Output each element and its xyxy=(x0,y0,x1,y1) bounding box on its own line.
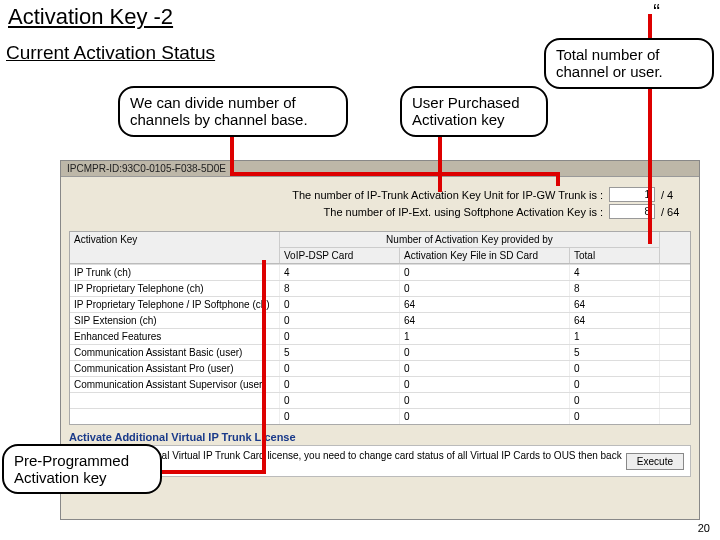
cell-total: 64 xyxy=(570,297,660,312)
cell-card: 0 xyxy=(280,329,400,344)
cell-total: 0 xyxy=(570,377,660,392)
cell-key xyxy=(70,393,280,408)
cell-total: 0 xyxy=(570,409,660,424)
cell-card: 0 xyxy=(280,297,400,312)
callout-divide-channels: We can divide number of channels by chan… xyxy=(118,86,348,137)
col-voip-card: VoIP-DSP Card xyxy=(280,248,400,263)
table-row: IP Trunk (ch)404 xyxy=(70,264,690,280)
cell-key: Communication Assistant Pro (user) xyxy=(70,361,280,376)
cell-card: 0 xyxy=(280,393,400,408)
arrow-divide-v xyxy=(230,132,234,172)
cell-key: Communication Assistant Basic (user) xyxy=(70,345,280,360)
table-row: Communication Assistant Pro (user)000 xyxy=(70,360,690,376)
cell-card: 8 xyxy=(280,281,400,296)
activation-table: Activation Key Number of Activation Key … xyxy=(69,231,691,425)
cell-total: 0 xyxy=(570,361,660,376)
cell-sd: 0 xyxy=(400,345,570,360)
execute-button[interactable]: Execute xyxy=(626,453,684,470)
summary-max: / 64 xyxy=(661,206,687,218)
cell-sd: 0 xyxy=(400,409,570,424)
cell-card: 5 xyxy=(280,345,400,360)
cell-key: IP Proprietary Telephone (ch) xyxy=(70,281,280,296)
summary-label: The number of IP-Trunk Activation Key Un… xyxy=(292,189,603,201)
callout-user-purchased-key: User Purchased Activation key xyxy=(400,86,548,137)
col-group-provided-by: Number of Activation Key provided by xyxy=(280,232,660,248)
quote-mark: “ xyxy=(653,0,660,23)
arrow-prepro-v xyxy=(262,260,266,474)
cell-sd: 1 xyxy=(400,329,570,344)
arrow-userkey xyxy=(438,132,442,192)
cell-total: 64 xyxy=(570,313,660,328)
summary-max: / 4 xyxy=(661,189,687,201)
cell-card: 4 xyxy=(280,265,400,280)
cell-key: Enhanced Features xyxy=(70,329,280,344)
table-row: 000 xyxy=(70,392,690,408)
cell-sd: 0 xyxy=(400,361,570,376)
cell-sd: 64 xyxy=(400,297,570,312)
cell-total: 0 xyxy=(570,393,660,408)
cell-sd: 0 xyxy=(400,281,570,296)
cell-total: 4 xyxy=(570,265,660,280)
cell-card: 0 xyxy=(280,409,400,424)
cell-key: Communication Assistant Supervisor (user… xyxy=(70,377,280,392)
cell-card: 0 xyxy=(280,377,400,392)
callout-pre-programmed-key: Pre-Programmed Activation key xyxy=(2,444,162,495)
cell-total: 8 xyxy=(570,281,660,296)
summary-row-ipext: The number of IP-Ext. using Softphone Ac… xyxy=(73,204,687,219)
cell-card: 0 xyxy=(280,313,400,328)
table-row: IP Proprietary Telephone / IP Softphone … xyxy=(70,296,690,312)
col-total: Total xyxy=(570,248,660,263)
summary-row-iptrunk: The number of IP-Trunk Activation Key Un… xyxy=(73,187,687,202)
cell-sd: 64 xyxy=(400,313,570,328)
table-row: Communication Assistant Supervisor (user… xyxy=(70,376,690,392)
cell-key xyxy=(70,409,280,424)
arrow-prepro-h xyxy=(162,470,262,474)
table-body: IP Trunk (ch)404IP Proprietary Telephone… xyxy=(70,264,690,424)
col-sd-card: Activation Key File in SD Card xyxy=(400,248,570,263)
summary-label: The number of IP-Ext. using Softphone Ac… xyxy=(324,206,603,218)
cell-total: 5 xyxy=(570,345,660,360)
cell-key: SIP Extension (ch) xyxy=(70,313,280,328)
page-number: 20 xyxy=(698,522,710,534)
cell-total: 1 xyxy=(570,329,660,344)
cell-card: 0 xyxy=(280,361,400,376)
cell-sd: 0 xyxy=(400,393,570,408)
table-row: 000 xyxy=(70,408,690,424)
cell-key: IP Proprietary Telephone / IP Softphone … xyxy=(70,297,280,312)
callout-total-channels: Total number of channel or user. xyxy=(544,38,714,89)
summary-panel: The number of IP-Trunk Activation Key Un… xyxy=(61,177,699,227)
cell-sd: 0 xyxy=(400,265,570,280)
table-row: Communication Assistant Basic (user)505 xyxy=(70,344,690,360)
table-row: SIP Extension (ch)06464 xyxy=(70,312,690,328)
cell-key: IP Trunk (ch) xyxy=(70,265,280,280)
license-title: Activate Additional Virtual IP Trunk Lic… xyxy=(69,431,691,443)
arrow-divide-v2 xyxy=(556,172,560,186)
page-title: Activation Key -2 xyxy=(8,4,173,30)
table-row: Enhanced Features011 xyxy=(70,328,690,344)
cell-sd: 0 xyxy=(400,377,570,392)
table-row: IP Proprietary Telephone (ch)808 xyxy=(70,280,690,296)
table-header: Activation Key Number of Activation Key … xyxy=(70,232,690,264)
arrow-divide-h xyxy=(230,172,560,176)
page-subtitle: Current Activation Status xyxy=(6,42,215,64)
col-activation-key: Activation Key xyxy=(70,232,280,263)
